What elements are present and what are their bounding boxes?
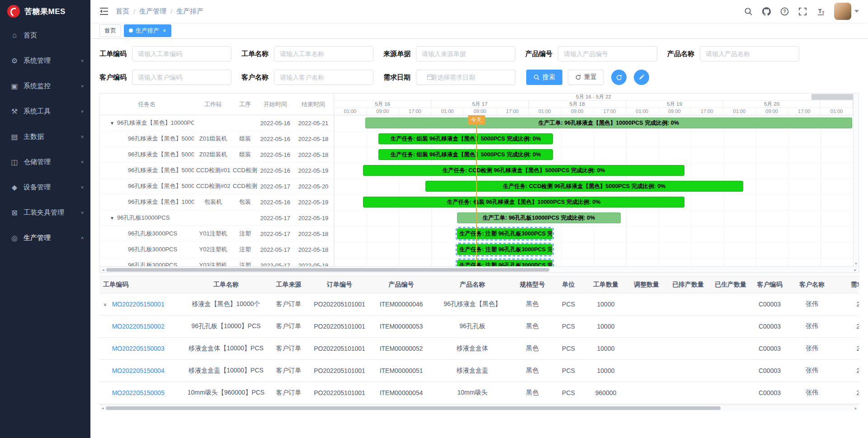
scroll-right-arrow-icon[interactable]: ▸ bbox=[853, 405, 859, 411]
scrollbar-thumb[interactable] bbox=[106, 406, 721, 410]
product-code-cell: ITEM00000054 bbox=[371, 382, 432, 404]
gantt-task-row[interactable]: 96孔移液盒【黑色】5000PCS Z01组装机 组装 2022-05-16 2… bbox=[100, 131, 334, 147]
task-name-cell: ▼ 96孔移液盒【黑色】10000PCS bbox=[100, 119, 194, 127]
gantt-bar[interactable]: 生产工单: 96孔孔板10000PCS 完成比例: 0% bbox=[457, 212, 621, 223]
table-row[interactable]: ∨ MO202205150004 移液盒盒盖【10000】PCS 客户订单 PO… bbox=[99, 360, 859, 382]
column-header[interactable]: 工单名称 bbox=[183, 276, 269, 293]
table-row[interactable]: ∨ MO202205150003 移液盒盒体【10000】PCS 客户订单 PO… bbox=[99, 338, 859, 360]
search-button[interactable]: 搜索 bbox=[526, 70, 562, 85]
filter-input[interactable] bbox=[274, 70, 373, 85]
table-row[interactable]: ∨ MO202205150001 移液盒【黑色】10000个 客户订单 PO20… bbox=[99, 293, 859, 316]
help-icon[interactable]: ? bbox=[780, 7, 789, 16]
work-order-link[interactable]: MO202205150003 bbox=[112, 345, 165, 352]
sidebar-item[interactable]: ◎ 生产管理 ∧ bbox=[0, 225, 90, 250]
breadcrumb-item[interactable]: 生产管理 / bbox=[139, 7, 172, 16]
user-menu[interactable] bbox=[834, 3, 859, 20]
sidebar-item[interactable]: ⚙ 系统管理 ∨ bbox=[0, 48, 90, 73]
row-expand-caret[interactable]: ▼ bbox=[110, 121, 117, 126]
gantt-task-row[interactable]: 96孔孔板3000PCS Y02注塑机 注塑 2022-05-17 2022-0… bbox=[100, 242, 334, 258]
breadcrumb-item[interactable]: 首页 / bbox=[116, 7, 135, 16]
column-header[interactable]: 工单来源 bbox=[269, 276, 308, 293]
gantt-bar[interactable]: 生产任务: 注塑 96孔孔板3000PCS 完成比例: 0% bbox=[457, 260, 552, 266]
work-order-link[interactable]: MO202205150001 bbox=[112, 301, 165, 308]
gantt-task-row[interactable]: ▼ 96孔孔板10000PCS 2022-05-17 2022-05-19 bbox=[100, 210, 334, 226]
gantt-bar[interactable]: 生产工单: 96孔移液盒【黑色】10000PCS 完成比例: 0% bbox=[365, 118, 852, 128]
fullscreen-icon[interactable] bbox=[798, 7, 807, 16]
adjust-qty-cell bbox=[626, 316, 667, 338]
column-header[interactable]: 工单编码 bbox=[99, 276, 183, 293]
row-expand-caret[interactable]: ∨ bbox=[103, 302, 107, 307]
work-order-link[interactable]: MO202205150002 bbox=[112, 323, 165, 330]
column-header[interactable]: 调整数量 bbox=[626, 276, 667, 293]
filter-input[interactable] bbox=[700, 46, 799, 61]
gantt-task-row[interactable]: 96孔移液盒【黑色】5000PCS Z02组装机 组装 2022-05-16 2… bbox=[100, 147, 334, 163]
today-badge: 今天 bbox=[468, 115, 485, 125]
column-header[interactable]: 需求日期 bbox=[836, 276, 859, 293]
gantt-task-row[interactable]: 96孔孔板3000PCS Y01注塑机 注塑 2022-05-17 2022-0… bbox=[100, 226, 334, 242]
gantt-task-row[interactable]: ▼ 96孔移液盒【黑色】10000PCS 2022-05-16 2022-05-… bbox=[100, 115, 334, 131]
scroll-left-arrow-icon[interactable]: ◂ bbox=[99, 405, 106, 411]
column-header[interactable]: 客户名称 bbox=[788, 276, 836, 293]
gantt-bar[interactable]: 生产任务: 组装 96孔移液盒【黑色】5000PCS 完成比例: 0% bbox=[378, 149, 553, 160]
column-header[interactable]: 产品名称 bbox=[432, 276, 513, 293]
gantt-bar[interactable]: 生产任务: CCD检测 96孔移液盒【黑色】5000PCS 完成比例: 0% bbox=[363, 165, 684, 176]
avatar[interactable] bbox=[834, 3, 851, 20]
gantt-bar[interactable]: 生产任务: 注塑 96孔孔板3000PCS 完成比例: 0% bbox=[457, 228, 552, 239]
sidebar-item[interactable]: ⌂ 首页 bbox=[0, 23, 90, 48]
row-expand-caret[interactable]: ▼ bbox=[110, 216, 117, 221]
filter-input[interactable] bbox=[132, 46, 231, 61]
filter-input[interactable] bbox=[132, 70, 231, 85]
breadcrumb-item[interactable]: 生产排产 / bbox=[176, 7, 203, 16]
hamburger-icon[interactable] bbox=[99, 7, 108, 16]
view-tab[interactable]: 首页 × bbox=[99, 24, 121, 37]
work-order-link[interactable]: MO202205150004 bbox=[112, 367, 165, 374]
close-icon[interactable]: × bbox=[163, 28, 166, 33]
filter-input[interactable] bbox=[558, 46, 657, 61]
scrollbar-thumb[interactable] bbox=[106, 268, 549, 272]
gantt-bar[interactable]: 生产任务: 组装 96孔移液盒【黑色】5000PCS 完成比例: 0% bbox=[378, 133, 553, 144]
work-order-link[interactable]: MO202205150005 bbox=[112, 389, 165, 396]
scroll-right-arrow-icon[interactable]: ▸ bbox=[852, 267, 859, 273]
gantt-bar[interactable]: 生产任务: 注塑 96孔孔板3000PCS 完成比例: 0% bbox=[457, 244, 552, 255]
gantt-task-row[interactable]: 96孔移液盒【黑色】5000PCS CCD检测#02 CCD检测 2022-05… bbox=[100, 179, 334, 194]
sidebar-item[interactable]: ▤ 主数据 ∨ bbox=[0, 124, 90, 149]
view-tab[interactable]: 生产排产 × bbox=[124, 24, 171, 37]
column-header[interactable]: 已生产数量 bbox=[709, 276, 752, 293]
timeline-scrollbar-thumb[interactable] bbox=[811, 94, 853, 100]
filter-input[interactable] bbox=[416, 70, 515, 85]
gantt-horizontal-scrollbar[interactable]: ◂ ▸ bbox=[100, 266, 859, 273]
sidebar-item[interactable]: ⚒ 系统工具 ∨ bbox=[0, 99, 90, 124]
column-header[interactable]: 产品编号 bbox=[371, 276, 432, 293]
task-name-cell: 96孔移液盒【黑色】5000PCS bbox=[100, 135, 194, 143]
sidebar-item[interactable]: ◆ 设备管理 ∨ bbox=[0, 174, 90, 200]
sidebar-item[interactable]: ◫ 仓储管理 ∨ bbox=[0, 149, 90, 174]
sidebar-item[interactable]: ▣ 系统监控 ∨ bbox=[0, 73, 90, 99]
sidebar-item[interactable]: ⊠ 工装夹具管理 ∨ bbox=[0, 200, 90, 225]
scroll-left-arrow-icon[interactable]: ◂ bbox=[100, 267, 106, 273]
table-row[interactable]: ∨ MO202205150005 10mm吸头【960000】PCS 客户订单 … bbox=[99, 382, 859, 404]
column-header[interactable]: 订单编号 bbox=[308, 276, 371, 293]
column-header[interactable]: 已排产数量 bbox=[667, 276, 709, 293]
search-icon[interactable] bbox=[744, 7, 753, 16]
gantt-task-row[interactable]: 96孔移液盒【黑色】10000PCS 包装机 包装 2022-05-16 202… bbox=[100, 194, 334, 210]
column-header[interactable]: 工单数量 bbox=[585, 276, 626, 293]
column-header[interactable]: 客户编码 bbox=[752, 276, 788, 293]
reset-button[interactable]: 重置 bbox=[568, 70, 604, 85]
column-header[interactable]: 规格型号 bbox=[513, 276, 552, 293]
gantt-vertical-scrollbar[interactable]: ▾ bbox=[853, 94, 859, 266]
end-time-cell: 2022-05-18 bbox=[293, 246, 334, 253]
table-horizontal-scrollbar[interactable]: ◂ ▸ bbox=[99, 405, 859, 411]
filter-input[interactable] bbox=[274, 46, 373, 61]
gantt-task-row[interactable]: 96孔移液盒【黑色】5000PCS CCD检测#01 CCD检测 2022-05… bbox=[100, 163, 334, 179]
github-icon[interactable] bbox=[762, 7, 771, 16]
gantt-task-row[interactable]: 96孔孔板3000PCS Y03注塑机 注塑 2022-05-17 2022-0… bbox=[100, 258, 334, 266]
gantt-bar[interactable]: 生产任务: 包装 96孔移液盒【黑色】10000PCS 完成比例: 0% bbox=[363, 197, 684, 207]
gantt-bar[interactable]: 生产任务: CCD检测 96孔移液盒【黑色】5000PCS 完成比例: 0% bbox=[425, 181, 743, 192]
refresh-circle-button[interactable] bbox=[611, 70, 627, 85]
edit-circle-button[interactable] bbox=[634, 70, 649, 85]
font-size-icon[interactable]: T T bbox=[816, 7, 825, 16]
table-row[interactable]: ∨ MO202205150002 96孔孔板【10000】PCS 客户订单 PO… bbox=[99, 316, 859, 338]
scroll-down-arrow-icon[interactable]: ▾ bbox=[854, 261, 859, 266]
column-header[interactable]: 单位 bbox=[552, 276, 585, 293]
filter-input[interactable] bbox=[416, 46, 515, 61]
